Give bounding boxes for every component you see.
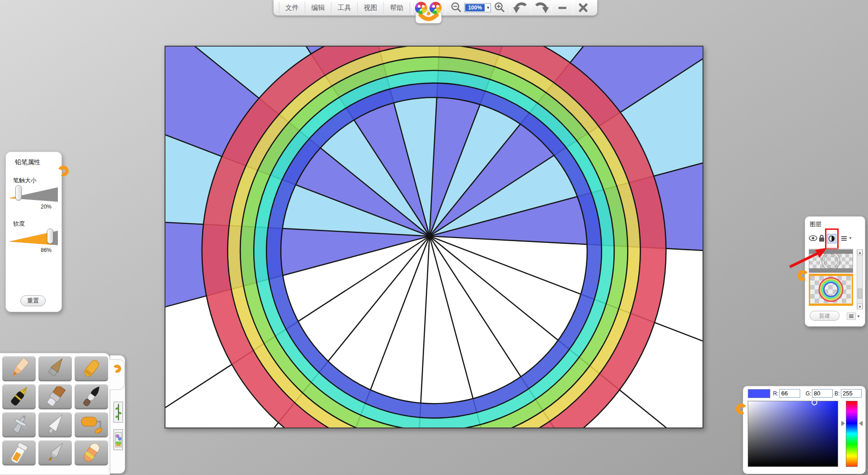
eraser-icon <box>77 442 106 463</box>
menu-edit[interactable]: 编辑 <box>305 2 331 14</box>
pencil-properties-panel: 铅笔属性 笔触大小 20% 软度 86% 重置 <box>5 152 62 312</box>
charcoal-icon <box>41 358 70 379</box>
flat-brush-icon <box>41 386 70 407</box>
menu-file[interactable]: 文件 <box>279 2 305 14</box>
undo-button[interactable] <box>512 1 529 14</box>
airbrush-icon <box>5 414 33 435</box>
color-picker-panel: R: G: B: <box>743 386 866 474</box>
redo-button[interactable] <box>533 1 550 14</box>
tool-fountain-pen[interactable] <box>2 384 36 409</box>
reset-button[interactable]: 重置 <box>20 295 46 306</box>
layers-panel-title: 图层 <box>810 220 865 228</box>
zoom-level-field[interactable]: 100% ▼ <box>464 3 491 12</box>
toolbar-separator <box>445 1 446 14</box>
sprayer-icon <box>41 442 70 463</box>
paint-tube-icon <box>5 442 33 463</box>
tool-paint-tube[interactable] <box>2 440 36 466</box>
tool-palette-knife[interactable] <box>38 412 72 437</box>
main-toolbar: 文件 编辑 工具 视图 帮助 100% ▼ <box>273 0 598 16</box>
app-window: 文件 编辑 工具 视图 帮助 100% ▼ <box>0 0 868 475</box>
crayon-icon <box>77 358 106 379</box>
mascot-face-1-icon[interactable] <box>415 2 427 14</box>
close-button[interactable] <box>575 1 592 14</box>
layer-item-sketch[interactable] <box>809 249 853 273</box>
blue-label: B: <box>835 390 840 397</box>
tool-crayon[interactable] <box>75 356 108 381</box>
panel-drag-handle[interactable] <box>796 269 809 282</box>
mascot-face-2-icon[interactable] <box>429 2 442 14</box>
plant-stamp-button[interactable] <box>113 402 123 423</box>
brush-size-slider-thumb[interactable] <box>15 185 22 200</box>
tool-eraser[interactable] <box>75 440 108 466</box>
tool-sprayer[interactable] <box>38 440 72 466</box>
zoom-in-button[interactable] <box>491 1 508 14</box>
tool-flat-brush[interactable] <box>38 384 72 409</box>
red-label: R: <box>773 390 778 397</box>
toolbar-separator <box>412 1 412 14</box>
picture-stamp-icon <box>115 431 122 449</box>
lock-icon[interactable] <box>818 234 825 242</box>
hue-bar[interactable] <box>846 401 858 467</box>
paint-canvas[interactable] <box>165 46 703 428</box>
annotation-highlight-box <box>825 228 839 249</box>
zoom-out-button[interactable] <box>448 1 464 14</box>
tool-pencil[interactable] <box>2 356 36 381</box>
sketch-layer-thumbnail <box>809 250 853 272</box>
menu-view[interactable]: 视图 <box>358 2 384 14</box>
red-input[interactable] <box>779 389 800 398</box>
scrollbar-thumb[interactable] <box>858 289 862 299</box>
mascot-buttons[interactable] <box>414 0 443 16</box>
panel-drag-handle[interactable] <box>735 402 748 415</box>
rainbow-layer-thumbnail <box>810 276 852 304</box>
new-layer-button[interactable]: 新建 <box>810 311 840 321</box>
green-label: G: <box>806 390 811 397</box>
hue-marker-left[interactable] <box>841 421 845 426</box>
chevron-down-icon[interactable]: ▼ <box>486 5 490 10</box>
toolbar-separator <box>531 1 531 14</box>
visibility-eye-icon[interactable] <box>809 235 817 242</box>
tool-ink-brush[interactable] <box>75 384 108 409</box>
toolbar-separator <box>510 1 510 14</box>
undo-icon <box>513 1 528 14</box>
chevron-down-icon[interactable]: ▼ <box>857 314 860 318</box>
toolbar-separator <box>552 1 552 14</box>
layer-options-button[interactable] <box>847 313 856 320</box>
color-cursor[interactable] <box>811 399 817 405</box>
paint-roller-icon <box>77 414 106 435</box>
minimize-button[interactable] <box>554 1 571 14</box>
picture-stamp-button[interactable] <box>113 429 123 450</box>
palette-tab-bump <box>109 359 125 390</box>
menu-help[interactable]: 帮助 <box>384 2 410 14</box>
plant-stamp-icon <box>115 403 122 421</box>
brush-size-value: 20% <box>6 204 52 210</box>
layer-item-rainbow[interactable] <box>809 274 853 306</box>
redo-icon <box>534 1 549 14</box>
pencil-icon <box>5 358 33 379</box>
tool-charcoal[interactable] <box>38 356 72 381</box>
green-input[interactable] <box>812 389 833 398</box>
brush-size-slider[interactable] <box>8 185 59 204</box>
brush-size-label: 笔触大小 <box>13 176 61 185</box>
menu-tools[interactable]: 工具 <box>331 2 358 14</box>
palette-side-tab <box>110 355 125 474</box>
layers-scrollbar[interactable]: ▲ ▼ <box>857 249 863 309</box>
layer-list-menu-icon[interactable] <box>841 236 847 241</box>
hue-marker-right[interactable] <box>859 421 863 426</box>
tool-paint-roller[interactable] <box>75 412 108 437</box>
divider <box>808 248 853 249</box>
close-icon <box>578 3 588 13</box>
softness-slider[interactable] <box>8 229 59 247</box>
ink-brush-icon <box>77 386 106 407</box>
zoom-out-icon <box>450 2 462 14</box>
palette-knife-icon <box>41 414 70 435</box>
chevron-down-icon[interactable]: ▼ <box>849 236 852 240</box>
rainbow-wheel-drawing <box>165 47 703 428</box>
saturation-value-square[interactable] <box>748 401 838 467</box>
tool-airbrush[interactable] <box>2 412 36 437</box>
scroll-up-icon[interactable]: ▲ <box>857 249 863 255</box>
list-icon <box>849 314 854 318</box>
blue-input[interactable] <box>841 389 862 398</box>
softness-slider-thumb[interactable] <box>47 228 53 244</box>
scroll-down-icon[interactable]: ▼ <box>857 304 863 309</box>
current-color-swatch <box>748 389 770 398</box>
